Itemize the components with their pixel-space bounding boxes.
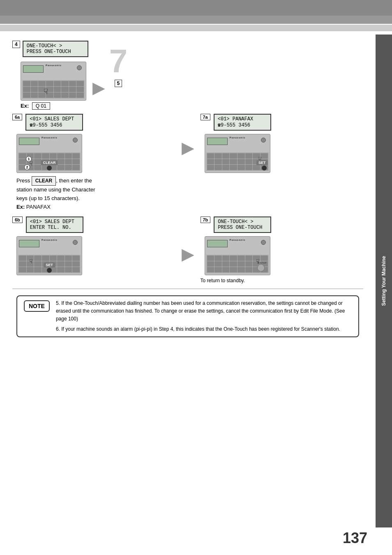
arrow-4-to-5: ▶: [92, 78, 105, 97]
fax-machine-7a: Panasonic ☟: [205, 134, 270, 173]
step4-lcd: ONE-TOUCH< > PRESS ONE-TOUCH: [23, 41, 88, 57]
stop-circle: [257, 264, 265, 272]
set-dot-7a: [262, 166, 267, 170]
clear-dot-6a: [47, 166, 52, 170]
step7b-lcd: ONE-TOUCH< > PRESS ONE-TOUCH: [214, 216, 271, 233]
clear-label-6a: CLEAR: [41, 160, 58, 165]
fax-machine-6b: Panasonic ☟: [16, 236, 82, 275]
main-content: 4 ONE-TOUCH< > PRESS ONE-TOUCH Panasonic: [0, 35, 392, 527]
note-item-2: 6. If your machine sounds an alarm (pi-p…: [56, 325, 352, 333]
note-section: NOTE 5. If the One-Touch/Abbreviated dia…: [16, 295, 359, 338]
step6a-badge: 6a: [12, 114, 22, 120]
section-bar-2: [0, 25, 392, 31]
note-label: NOTE: [24, 300, 50, 312]
to-return-label: To return to standby.: [201, 278, 364, 283]
step7b-section: 7b ONE-TOUCH< > PRESS ONE-TOUCH Panasoni…: [201, 216, 364, 283]
big-number-7: 7: [109, 45, 128, 78]
set-dot-6b: [47, 268, 52, 273]
step4-container: 4 ONE-TOUCH< > PRESS ONE-TOUCH Panasonic: [12, 41, 88, 110]
separator: [12, 288, 363, 289]
stop-btn-area: ⊗ STOP: [257, 261, 267, 272]
step5-badge: 5: [115, 80, 122, 87]
note-item-1: 5. If the One-Touch/Abbreviated dialling…: [56, 299, 352, 323]
step7a-section: 7a <01> PANAFAX ☎9-555 3456 Panasonic: [201, 114, 364, 173]
fax-machine-step4: Panasonic ☟: [21, 62, 86, 101]
circle2-6a: 2: [24, 164, 30, 170]
step6b-section: 6b <01> SALES DEPT ENTER TEL. NO. Panaso…: [12, 216, 175, 283]
fax-machine-6a: Panasonic ☟: [16, 134, 82, 173]
set-label-7a: SET: [256, 160, 268, 165]
page-number: 137: [343, 530, 367, 547]
arrow-6b-to-7b: ▶: [182, 244, 194, 263]
press-clear-section: Press CLEAR, then enter the station name…: [8, 176, 367, 212]
fax-machine-7b: Panasonic ☟: [205, 236, 270, 275]
set-label-6b: SET: [44, 263, 55, 267]
clear-inline-button: CLEAR: [32, 176, 56, 186]
left-content: 4 ONE-TOUCH< > PRESS ONE-TOUCH Panasonic: [0, 35, 376, 527]
finger-icon-step4: ☟: [44, 87, 48, 96]
fax-buttons-step4: [22, 80, 85, 99]
section-bar-1: [0, 16, 392, 24]
ex-value: Q 01: [32, 102, 50, 110]
ex-label-step4: Ex: Q 01: [21, 102, 88, 110]
step5-area: 7 5: [109, 45, 128, 89]
step7b-badge: 7b: [201, 216, 211, 223]
step6a-section: 6a <01> SALES DEPT ☎9-555 3456 Panasonic: [12, 114, 175, 173]
step6b-badge: 6b: [12, 216, 23, 223]
step4-badge: 4: [12, 41, 20, 48]
right-sidebar: Setting Your Machine: [376, 35, 392, 527]
arrow-6a-to-7a: ▶: [182, 138, 194, 157]
step6a-lcd: <01> SALES DEPT ☎9-555 3456: [25, 114, 83, 131]
step6b-lcd: <01> SALES DEPT ENTER TEL. NO.: [26, 216, 83, 233]
top-bar: [0, 0, 392, 16]
note-content: 5. If the One-Touch/Abbreviated dialling…: [56, 299, 352, 334]
step7a-lcd: <01> PANAFAX ☎9-555 3456: [214, 114, 271, 131]
step7a-badge: 7a: [201, 114, 210, 120]
finger-6b: ☟: [29, 258, 33, 265]
sidebar-label: Setting Your Machine: [380, 256, 387, 306]
circle1-6a: 1: [26, 156, 32, 162]
